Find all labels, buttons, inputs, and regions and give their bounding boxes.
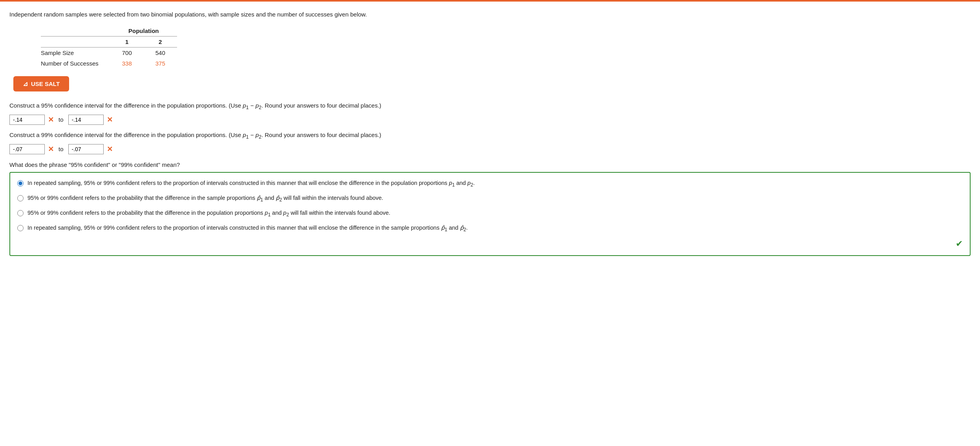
mc-option-1: In repeated sampling, 95% or 99% confide… bbox=[17, 179, 963, 188]
ci95-input-lower[interactable] bbox=[9, 115, 45, 125]
mc-radio-4[interactable] bbox=[17, 225, 24, 231]
successes-val1: 338 bbox=[110, 58, 144, 69]
intro-text: Independent random samples were selected… bbox=[9, 10, 971, 19]
ci99-input-lower[interactable] bbox=[9, 144, 45, 154]
ci99-to-label: to bbox=[59, 146, 64, 152]
ci99-inputs: ✕ to ✕ bbox=[9, 144, 971, 154]
mc-options-box: In repeated sampling, 95% or 99% confide… bbox=[9, 172, 971, 256]
use-salt-button[interactable]: ⊿ USE SALT bbox=[13, 76, 69, 91]
ci99-section: Construct a 99% confidence interval for … bbox=[9, 130, 971, 154]
table-col-spacer bbox=[41, 36, 110, 47]
ci95-input-upper[interactable] bbox=[68, 115, 104, 125]
mc-option-4-text[interactable]: In repeated sampling, 95% or 99% confide… bbox=[27, 224, 963, 233]
sample-size-label: Sample Size bbox=[41, 47, 110, 58]
table-row-sample-size: Sample Size 700 540 bbox=[41, 47, 177, 58]
mc-radio-1[interactable] bbox=[17, 180, 24, 186]
checkmark-area: ✔ bbox=[17, 239, 963, 249]
mc-option-3-text[interactable]: 95% or 99% confident refers to the proba… bbox=[27, 209, 963, 218]
ci99-error-upper: ✕ bbox=[107, 145, 113, 154]
table-empty-header bbox=[41, 26, 110, 37]
table-row-successes: Number of Successes 338 375 bbox=[41, 58, 177, 69]
mc-option-2: 95% or 99% confident refers to the proba… bbox=[17, 194, 963, 203]
col2-header: 2 bbox=[144, 36, 177, 47]
ci95-section: Construct a 95% confidence interval for … bbox=[9, 101, 971, 125]
ci99-error-lower: ✕ bbox=[48, 145, 54, 154]
mc-option-1-text[interactable]: In repeated sampling, 95% or 99% confide… bbox=[27, 179, 963, 188]
mc-option-2-text[interactable]: 95% or 99% confident refers to the proba… bbox=[27, 194, 963, 203]
salt-icon: ⊿ bbox=[23, 80, 28, 88]
mc-option-4: In repeated sampling, 95% or 99% confide… bbox=[17, 224, 963, 233]
data-table-container: Population 1 2 Sample Size 700 540 Numbe… bbox=[41, 26, 177, 69]
mc-radio-2[interactable] bbox=[17, 195, 24, 201]
ci95-to-label: to bbox=[59, 116, 64, 123]
ci99-input-upper[interactable] bbox=[68, 144, 104, 154]
ci95-question: Construct a 95% confidence interval for … bbox=[9, 101, 971, 112]
ci99-question: Construct a 99% confidence interval for … bbox=[9, 130, 971, 141]
population-header: Population bbox=[110, 26, 177, 37]
sample-size-val1: 700 bbox=[110, 47, 144, 58]
successes-val2: 375 bbox=[144, 58, 177, 69]
top-border bbox=[0, 0, 980, 2]
salt-button-label: USE SALT bbox=[31, 80, 60, 87]
mc-option-3: 95% or 99% confident refers to the proba… bbox=[17, 209, 963, 218]
ci95-error-lower: ✕ bbox=[48, 115, 54, 124]
sample-size-val2: 540 bbox=[144, 47, 177, 58]
correct-checkmark: ✔ bbox=[956, 239, 963, 249]
col1-header: 1 bbox=[110, 36, 144, 47]
successes-label: Number of Successes bbox=[41, 58, 110, 69]
mc-radio-3[interactable] bbox=[17, 210, 24, 216]
ci95-inputs: ✕ to ✕ bbox=[9, 115, 971, 125]
ci95-error-upper: ✕ bbox=[107, 115, 113, 124]
data-table: Population 1 2 Sample Size 700 540 Numbe… bbox=[41, 26, 177, 69]
mc-question-text: What does the phrase "95% confident" or … bbox=[9, 161, 971, 168]
